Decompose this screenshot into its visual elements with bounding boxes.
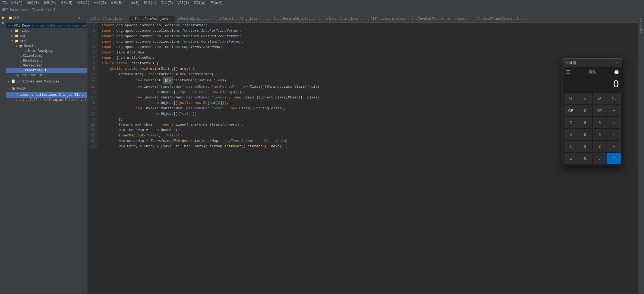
- menu-edit[interactable]: 编辑(E): [27, 1, 39, 5]
- scratches-item[interactable]: ▶ 📝 Scratches and Consoles: [6, 78, 87, 85]
- tree-item-remoteqing[interactable]: ☕ RemoteQing: [6, 58, 87, 63]
- calc-btn-equals[interactable]: =: [607, 153, 621, 164]
- line-content-15: new Object[]{null, new Object[0]}),: [98, 100, 229, 106]
- calc-btn-1[interactable]: 1: [564, 141, 578, 152]
- menu-window[interactable]: 窗口(W): [194, 1, 206, 5]
- tab-icon-chainedtransformer: C: [475, 18, 476, 21]
- menu-help[interactable]: 帮助(H): [210, 1, 223, 5]
- tree-item-clientdemo[interactable]: ☕ ClientDemo: [6, 53, 87, 58]
- tab-invokertransformer[interactable]: C InvokerTransformer.class ✕: [413, 15, 472, 23]
- calc-btn-divide[interactable]: ÷: [607, 105, 621, 116]
- calc-row-3: 7 8 9 ×: [564, 117, 621, 128]
- calc-btn-5[interactable]: 5: [578, 129, 592, 140]
- expand-icon-jdk: ▶: [16, 98, 17, 102]
- tab-unicast[interactable]: J UnicastRemoteObject.java ✕: [264, 15, 323, 23]
- calc-btn-reciprocal[interactable]: ¹/ₓ: [607, 93, 621, 104]
- tab-close-invokertransformer[interactable]: ✕: [466, 17, 469, 21]
- project-settings-btn[interactable]: ⚙: [77, 15, 80, 21]
- project-minimize-btn[interactable]: —: [82, 15, 85, 21]
- calc-btn-2[interactable]: 2: [578, 141, 592, 152]
- left-icon-1[interactable]: 📁: [1, 15, 5, 20]
- expand-icon-out: ▶: [11, 34, 13, 38]
- tab-icon-unicast: J: [267, 18, 269, 21]
- tab-close-interfaceqing[interactable]: ✕: [258, 17, 261, 21]
- calc-btn-multiply[interactable]: ×: [607, 117, 621, 128]
- menu-generate[interactable]: 生成(B): [127, 1, 140, 5]
- tree-item-rmi-demo[interactable]: ▼ R RMI-Demo C:\Users\Administrator\Desk…: [6, 23, 87, 28]
- menu-tools[interactable]: 工具(T): [161, 1, 173, 5]
- tree-item-commons[interactable]: 🗄 commons-collections-3.1.jar library 库: [6, 92, 87, 98]
- calc-btn-8[interactable]: 8: [578, 117, 592, 128]
- tab-serverdemo[interactable]: J ServerDemo.java ✕: [323, 15, 365, 23]
- tab-transformvul[interactable]: J TransformVul.java ✕: [129, 15, 175, 23]
- line-num-10: 10: [87, 72, 98, 77]
- tree-item-serverdemo[interactable]: ☕ ServerDemo: [6, 63, 87, 68]
- extlibs-label: 外部库: [17, 86, 26, 91]
- line-num-18: 18: [87, 117, 98, 122]
- code-line-2: 2 import org.apache.commons.collections.…: [87, 28, 638, 34]
- tree-item-src[interactable]: ▼ 📁 src: [6, 39, 87, 44]
- project-title-label: 项目: [13, 16, 20, 20]
- line-content-11: new ConstantT提示ransformer(Runtime.class)…: [98, 77, 228, 84]
- menu-vcs[interactable]: VCS(S): [178, 1, 189, 5]
- calc-minimize-btn[interactable]: —: [605, 61, 608, 65]
- tree-item-out[interactable]: ▶ 📁 out: [6, 33, 87, 39]
- tab-close-transformvul[interactable]: ✕: [169, 17, 172, 21]
- tab-chainedtransformer[interactable]: C ChainedTransformer.class ✕: [472, 15, 531, 23]
- tree-label-serverdemo: ServerDemo: [23, 64, 43, 68]
- tab-remoteqing[interactable]: J RemoteQing.java ✕: [175, 15, 217, 23]
- calc-btn-7[interactable]: 7: [564, 117, 578, 128]
- tab-interfaceqing[interactable]: J InterfaceQing.java ✕: [216, 15, 264, 23]
- scratches-icon: 📝: [11, 79, 15, 84]
- calc-history-icon[interactable]: 🕐: [614, 70, 619, 74]
- tree-item-jdk[interactable]: ▶ ☕ < 1.7.80 > C:\Program Files\Java\jdk…: [6, 98, 87, 103]
- structure-label[interactable]: Structure: [639, 15, 644, 36]
- tree-item-iml[interactable]: 🔧 RMI-Demo.iml: [6, 73, 87, 78]
- tree-item-transformvul[interactable]: ☕ TransformVul: [6, 68, 87, 73]
- calc-btn-ce[interactable]: CE: [564, 105, 578, 116]
- calc-btn-0[interactable]: 0: [578, 153, 592, 164]
- calc-btn-square[interactable]: x²: [593, 93, 607, 104]
- breadcrumb-class[interactable]: TransformVul: [32, 8, 55, 12]
- tab-close-remoteqing[interactable]: ✕: [211, 17, 214, 21]
- calc-btn-add[interactable]: +: [607, 141, 621, 152]
- breadcrumb-src[interactable]: src: [22, 8, 28, 12]
- tab-clientdemo[interactable]: J ClientDemo.java ✕: [87, 15, 129, 23]
- tab-close-chainedtransformer[interactable]: ✕: [525, 17, 528, 21]
- calc-close-btn[interactable]: ✕: [615, 61, 619, 65]
- menu-refactor[interactable]: 重构(R): [111, 1, 123, 5]
- menu-code[interactable]: 代码(C): [77, 1, 90, 5]
- calc-btn-backspace[interactable]: ⌫: [593, 105, 607, 116]
- tab-close-allpredicate[interactable]: ✕: [407, 17, 410, 21]
- calc-btn-3[interactable]: 3: [593, 141, 607, 152]
- menu-nav[interactable]: 导航(N): [60, 1, 73, 5]
- calc-menu-icon[interactable]: ☰: [566, 69, 570, 75]
- calc-btn-negate[interactable]: ±: [564, 153, 578, 164]
- calc-btn-4[interactable]: 4: [564, 129, 578, 140]
- calc-maximize-btn[interactable]: □: [610, 61, 614, 65]
- folder-icon-src: 📁: [15, 39, 19, 43]
- left-icon-3[interactable]: ⚙: [1, 27, 5, 32]
- tab-allpredicate[interactable]: C AllPredicate.class ✕: [365, 15, 413, 23]
- menu-analyze[interactable]: 分析(Z): [94, 1, 106, 5]
- calc-btn-c[interactable]: C: [578, 105, 592, 116]
- menu-file[interactable]: 文件(F): [10, 1, 23, 5]
- breadcrumb-root[interactable]: RMI-Demo: [2, 8, 18, 12]
- tree-item-idea[interactable]: ▶ 📁 .idea: [6, 28, 87, 33]
- left-icon-2[interactable]: 🔍: [1, 21, 5, 26]
- calc-btn-6[interactable]: 6: [593, 129, 607, 140]
- tree-item-remote[interactable]: ▼ 📦 Remote: [6, 44, 87, 49]
- calc-btn-sqrt[interactable]: √: [578, 93, 592, 104]
- calc-btn-percent[interactable]: %: [564, 93, 578, 104]
- tree-item-interfaceqing[interactable]: ☕ InterfaceQing: [6, 49, 87, 53]
- calc-btn-subtract[interactable]: −: [607, 129, 621, 140]
- menu-run[interactable]: 运行(U): [144, 1, 156, 5]
- calc-btn-decimal[interactable]: .: [593, 153, 607, 164]
- external-libs-header[interactable]: ▼ 📚 外部库: [6, 85, 87, 92]
- tab-close-serverdemo[interactable]: ✕: [359, 17, 362, 21]
- code-editor[interactable]: 1 import org.apache.commons.collections.…: [87, 23, 638, 294]
- menu-view[interactable]: 视图(V): [44, 1, 56, 5]
- calc-btn-9[interactable]: 9: [593, 117, 607, 128]
- tab-close-clientdemo[interactable]: ✕: [123, 17, 126, 21]
- tab-close-unicast[interactable]: ✕: [318, 17, 321, 21]
